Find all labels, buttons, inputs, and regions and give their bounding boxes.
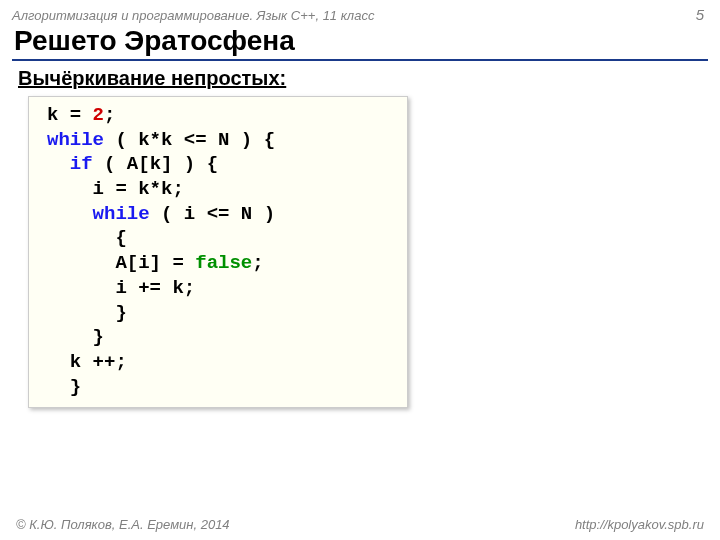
slide-title: Решето Эратосфена xyxy=(0,25,720,59)
code-block: k = 2; while ( k*k <= N ) { if ( A[k] ) … xyxy=(28,96,408,408)
slide-subtitle: Вычёркивание непростых: xyxy=(0,67,720,96)
code-text: } xyxy=(47,326,104,348)
code-text: ( k*k <= N ) { xyxy=(104,129,275,151)
slide-footer: © К.Ю. Поляков, Е.А. Еремин, 2014 http:/… xyxy=(0,517,720,532)
slide-header: Алгоритмизация и программирование. Язык … xyxy=(0,0,720,25)
code-text: ; xyxy=(252,252,263,274)
code-text: ( i <= N ) xyxy=(150,203,275,225)
code-kw-while: while xyxy=(93,203,150,225)
code-kw-while: while xyxy=(47,129,104,151)
slide: Алгоритмизация и программирование. Язык … xyxy=(0,0,720,540)
code-text: { xyxy=(47,227,127,249)
code-text: k ++; xyxy=(47,351,127,373)
code-text: i = k*k; xyxy=(47,178,184,200)
code-kw-if: if xyxy=(70,153,93,175)
course-label: Алгоритмизация и программирование. Язык … xyxy=(12,8,374,23)
code-text: } xyxy=(47,302,127,324)
code-val: false xyxy=(195,252,252,274)
copyright: © К.Ю. Поляков, Е.А. Еремин, 2014 xyxy=(16,517,230,532)
code-text: A[i] = xyxy=(47,252,195,274)
code-text: ; xyxy=(104,104,115,126)
page-number: 5 xyxy=(696,6,704,23)
footer-url: http://kpolyakov.spb.ru xyxy=(575,517,704,532)
code-text: k = xyxy=(47,104,93,126)
code-text: i += k; xyxy=(47,277,195,299)
code-num: 2 xyxy=(93,104,104,126)
title-rule xyxy=(12,59,708,61)
code-text: } xyxy=(47,376,81,398)
code-text: ( A[k] ) { xyxy=(93,153,218,175)
